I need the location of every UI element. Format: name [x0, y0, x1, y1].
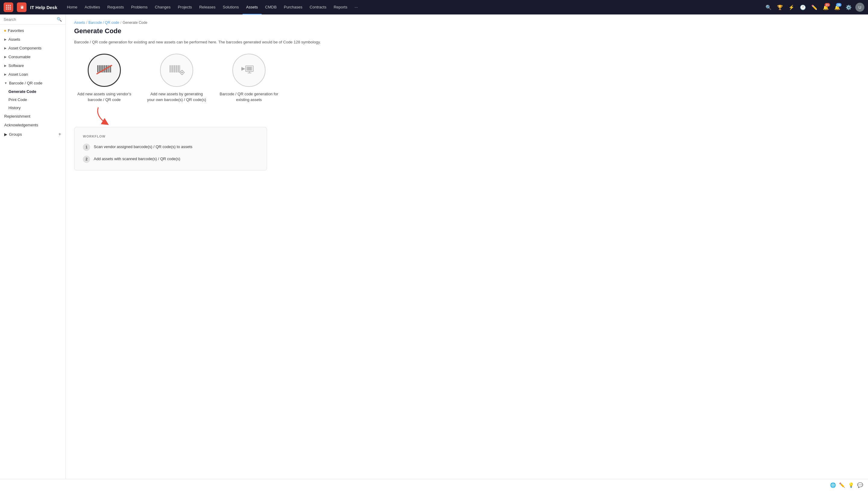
nav-changes[interactable]: Changes — [151, 0, 174, 15]
description-text: Barcode / QR code generation for existin… — [74, 39, 860, 45]
app-logo[interactable]: 🖥 — [17, 2, 27, 12]
bottom-bar: 🌐 ✏️ 💡 💬 — [0, 479, 868, 491]
nav-purchases[interactable]: Purchases — [280, 0, 306, 15]
settings-icon[interactable]: ⚙️ — [844, 2, 854, 12]
red-arrow-svg — [92, 106, 122, 127]
sidebar-item-replenishment[interactable]: Replenishment — [0, 112, 65, 121]
sidebar-item-generate-code[interactable]: Generate Code — [0, 87, 65, 96]
chevron-right-icon: ▶ — [4, 64, 7, 67]
search-input[interactable] — [4, 17, 55, 22]
step-number-2: 2 — [83, 155, 90, 163]
nav-contracts[interactable]: Contracts — [306, 0, 330, 15]
svg-rect-21 — [178, 65, 178, 73]
nav-assets[interactable]: Assets — [243, 0, 261, 15]
main-content: Assets / Barcode / QR code / Generate Co… — [66, 15, 868, 479]
sidebar-item-software[interactable]: ▶ Software — [0, 61, 65, 70]
svg-rect-23 — [180, 65, 180, 73]
sidebar-item-print-code[interactable]: Print Code — [0, 96, 65, 104]
option-card-vendor-barcode[interactable]: Add new assets using vendor's barcode / … — [74, 54, 134, 103]
sidebar-barcode-label: Barcode / QR code — [9, 81, 42, 85]
nav-requests[interactable]: Requests — [104, 0, 127, 15]
svg-rect-14 — [170, 65, 170, 73]
translate-icon[interactable]: 🌐 — [830, 482, 836, 488]
print-code-label: Print Code — [8, 97, 27, 102]
edit-bottom-icon[interactable]: ✏️ — [839, 482, 845, 488]
chevron-right-icon: ▶ — [4, 38, 7, 41]
svg-rect-15 — [171, 65, 171, 73]
vendor-barcode-svg — [95, 63, 113, 78]
sidebar-item-barcode-qr[interactable]: ▼ Barcode / QR code — [0, 79, 65, 87]
notifications-icon[interactable]: 🔔 21 — [821, 2, 831, 12]
sidebar-item-acknowledgements[interactable]: Acknowledgements — [0, 121, 65, 129]
chevron-right-icon: ▶ — [4, 73, 7, 76]
sidebar-item-asset-loan[interactable]: ▶ Asset Loan — [0, 70, 65, 79]
svg-rect-16 — [172, 65, 173, 73]
chat-icon[interactable]: 💬 — [857, 482, 863, 488]
existing-assets-svg — [240, 63, 258, 78]
brand-name: IT Help Desk — [30, 5, 57, 10]
workflow-step-1: 1 Scan vendor assigned barcode(s) / QR c… — [83, 144, 258, 151]
replenishment-label: Replenishment — [4, 114, 30, 118]
history-label: History — [8, 106, 21, 110]
sidebar-item-history[interactable]: History — [0, 104, 65, 112]
nav-links: Home Activities Requests Problems Change… — [63, 0, 763, 15]
acknowledgements-label: Acknowledgements — [4, 123, 38, 127]
existing-assets-label: Barcode / QR code generation for existin… — [219, 91, 279, 103]
sidebar-item-groups[interactable]: ▶ Groups + — [0, 129, 65, 139]
add-group-icon[interactable]: + — [59, 132, 61, 137]
nav-solutions[interactable]: Solutions — [219, 0, 242, 15]
lightning-icon[interactable]: ⚡ — [786, 2, 796, 12]
page-title: Generate Code — [74, 27, 860, 35]
svg-rect-38 — [251, 67, 251, 70]
nav-projects[interactable]: Projects — [174, 0, 195, 15]
svg-rect-28 — [179, 72, 180, 73]
svg-rect-18 — [174, 65, 175, 73]
sidebar-asset-loan-label: Asset Loan — [8, 72, 28, 77]
option-card-own-barcode[interactable]: Add new assets by generating your own ba… — [147, 54, 207, 103]
nav-icon-group: 🔍 🏆 ⚡ 🕐 ✏️ 🔔 21 🔔 25 ⚙️ U — [764, 2, 864, 12]
history-icon[interactable]: 🕐 — [798, 2, 808, 12]
app-grid-icon[interactable] — [4, 2, 13, 12]
user-avatar[interactable]: U — [855, 3, 864, 12]
sidebar-search-container: 🔍 — [0, 15, 65, 24]
svg-rect-22 — [179, 65, 179, 73]
nav-problems[interactable]: Problems — [127, 0, 151, 15]
search-icon[interactable]: 🔍 — [764, 2, 773, 12]
nav-reports[interactable]: Reports — [330, 0, 351, 15]
sidebar-item-asset-components[interactable]: ▶ Asset Components — [0, 44, 65, 53]
option-card-existing-assets[interactable]: Barcode / QR code generation for existin… — [219, 54, 279, 103]
alerts-icon[interactable]: 🔔 25 — [832, 2, 842, 12]
breadcrumb-barcode[interactable]: Barcode / QR code — [88, 21, 119, 25]
sidebar-item-assets[interactable]: ▶ Assets — [0, 35, 65, 44]
sidebar: 🔍 Favorites ▶ Assets ▶ Asset Components … — [0, 15, 66, 479]
nav-activities[interactable]: Activities — [81, 0, 104, 15]
existing-assets-icon-circle — [232, 54, 266, 87]
search-icon: 🔍 — [57, 17, 62, 22]
notification-badge-25: 25 — [836, 3, 841, 7]
svg-point-25 — [181, 71, 183, 73]
sidebar-software-label: Software — [8, 63, 24, 68]
svg-rect-36 — [250, 67, 250, 70]
trophy-icon[interactable]: 🏆 — [775, 2, 785, 12]
sidebar-item-consumable[interactable]: ▶ Consumable — [0, 53, 65, 61]
svg-rect-35 — [249, 67, 249, 70]
breadcrumb-current: Generate Code — [123, 21, 147, 25]
nav-more[interactable]: ··· — [351, 0, 361, 15]
vendor-barcode-icon-circle — [88, 54, 121, 87]
sidebar-consumable-label: Consumable — [8, 55, 30, 59]
breadcrumb-sep-2: / — [120, 21, 121, 25]
sidebar-favorites-label: Favorites — [8, 28, 24, 33]
workflow-title: WORKFLOW — [83, 135, 258, 138]
edit-icon[interactable]: ✏️ — [809, 2, 819, 12]
nav-releases[interactable]: Releases — [195, 0, 219, 15]
own-barcode-label: Add new assets by generating your own ba… — [147, 91, 207, 103]
chevron-down-icon: ▼ — [4, 81, 7, 85]
light-icon[interactable]: 💡 — [848, 482, 854, 488]
chevron-right-icon: ▶ — [4, 132, 7, 137]
svg-rect-29 — [184, 72, 184, 73]
breadcrumb-assets[interactable]: Assets — [74, 21, 85, 25]
nav-cmdb[interactable]: CMDB — [261, 0, 280, 15]
sidebar-item-favorites[interactable]: Favorites — [0, 26, 65, 35]
nav-home[interactable]: Home — [63, 0, 81, 15]
svg-rect-9 — [107, 65, 107, 73]
